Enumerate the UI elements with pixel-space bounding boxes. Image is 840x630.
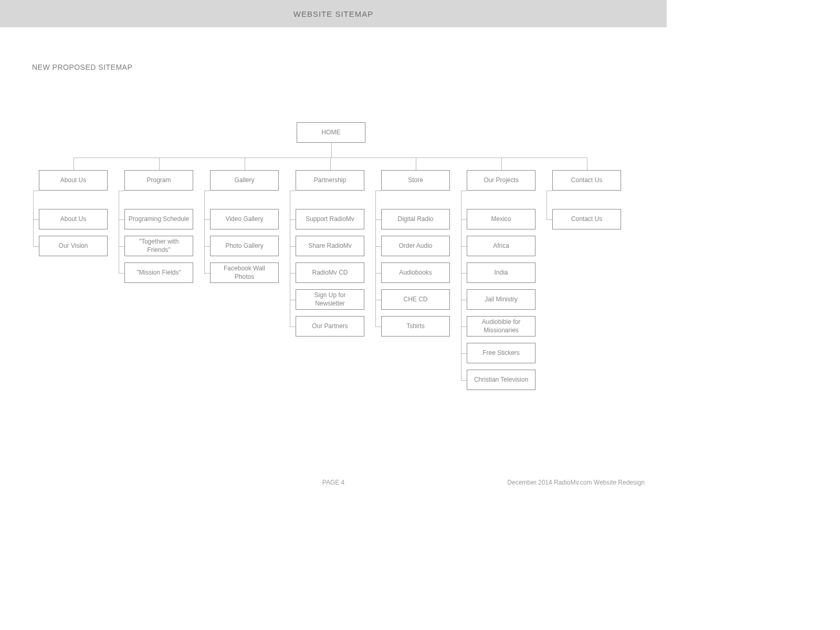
connector-line [331,143,332,158]
connector-line [375,327,381,327]
connector-line [375,300,381,300]
connector-line [375,219,381,220]
sitemap-child-5-2: India [467,262,536,283]
connector-line [119,219,124,220]
connector-line [461,246,467,247]
sitemap-child-0-0: About Us [39,209,108,229]
connector-line [119,191,119,273]
connector-line [461,191,467,191]
sitemap-child-3-3: Sign Up for Newsletter [296,289,364,310]
sitemap-child-3-1: Share RadioMv [296,236,364,256]
connector-line [547,191,552,191]
connector-line [461,273,467,274]
connector-line [461,380,467,381]
sitemap-child-5-5: Free Stickers [467,343,536,363]
connector-line [119,273,124,274]
sitemap-child-5-1: Africa [467,236,536,256]
connector-line [461,219,467,220]
connector-line [461,327,467,327]
sitemap-child-2-2: Facebook Wall Photos [210,262,279,283]
sitemap-child-2-0: Video Gallery [210,209,279,229]
connector-line [290,219,296,220]
sitemap-child-5-6: Christian Television [467,370,536,390]
connector-line [33,219,39,220]
connector-line [547,219,552,220]
sitemap-child-4-2: Audiobooks [381,262,450,283]
connector-line [547,191,547,219]
connector-line [33,191,34,246]
connector-line [245,158,245,170]
sitemap-child-1-1: "Together with Friends" [124,236,193,256]
sitemap-child-1-2: "Mission Fields" [124,262,193,283]
sitemap-child-3-2: RadioMv CD [296,262,364,283]
sitemap-child-6-0: Contact Us [552,209,621,229]
connector-line [461,300,467,300]
sitemap-child-2-1: Photo Gallery [210,236,279,256]
connector-line [119,191,124,191]
footer-page-number: PAGE 4 [322,479,344,486]
connector-line [290,327,296,327]
connector-line [204,246,210,247]
connector-line [204,219,210,220]
connector-line [587,158,587,170]
sitemap-branch-3: Partnership [296,170,364,191]
sitemap-child-4-4: Tshirts [381,316,450,337]
page-header: WEBSITE SITEMAP [0,0,667,27]
connector-line [290,246,296,247]
connector-line [375,246,381,247]
sitemap-child-5-4: Audiobible for Missionaries [467,316,536,337]
sitemap-branch-5: Our Projects [467,170,536,191]
sitemap-child-4-1: Order Audio [381,236,450,256]
sitemap-branch-2: Gallery [210,170,279,191]
connector-line [290,191,290,327]
connector-line [290,273,296,274]
sitemap-child-3-4: Our Partners [296,316,364,337]
connector-line [204,191,205,273]
connector-line [375,191,376,327]
sitemap-branch-0: About Us [39,170,108,191]
connector-line [74,158,74,170]
footer-tagline: December 2014 RadioMv.com Website Redesi… [507,479,645,486]
sitemap-root: HOME [297,122,365,143]
sitemap-child-4-3: CHE CD [381,289,450,310]
connector-line [204,191,210,191]
sitemap-branch-6: Contact Us [552,170,621,191]
connector-line [159,158,160,170]
connector-line [416,158,416,170]
page-title: WEBSITE SITEMAP [293,9,374,18]
sitemap-child-5-0: Mexico [467,209,536,229]
sitemap-child-0-1: Our Vision [39,236,108,256]
sitemap-branch-4: Store [381,170,450,191]
connector-line [204,273,210,274]
connector-line [375,273,381,274]
connector-line [461,353,467,354]
sitemap-child-5-3: Jail Ministry [467,289,536,310]
section-subtitle: NEW PROPOSED SITEMAP [32,63,132,71]
connector-line [290,300,296,300]
connector-line [501,158,502,170]
connector-line [119,246,124,247]
connector-line [330,158,331,170]
sitemap-child-4-0: Digital Radio [381,209,450,229]
connector-line [33,191,39,191]
sitemap-child-3-0: Support RadioMv [296,209,364,229]
connector-line [33,246,39,247]
sitemap-branch-1: Program [124,170,193,191]
sitemap-child-1-0: Programing Schedule [124,209,193,229]
connector-line [290,191,296,191]
connector-line [375,191,381,191]
